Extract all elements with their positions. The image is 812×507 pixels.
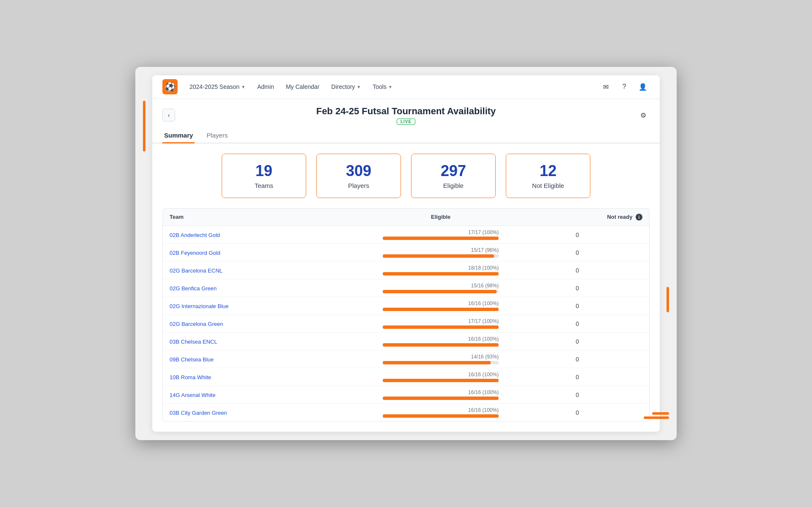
eligible-label: 15/16 (98%) <box>383 283 499 289</box>
page-title: Feb 24-25 Futsal Tournament Availability <box>175 106 637 117</box>
stat-card-players: 309 Players <box>316 154 401 198</box>
eligible-label: 16/16 (100%) <box>383 389 499 395</box>
eligible-label: 16/16 (100%) <box>383 300 499 306</box>
stat-number-not-eligible: 12 <box>513 163 583 179</box>
eligible-cell: 15/17 (96%) <box>376 244 505 262</box>
nav-admin[interactable]: Admin <box>252 81 279 93</box>
col-not-ready: Not ready i <box>505 209 649 226</box>
eligible-label: 17/17 (100%) <box>383 229 499 235</box>
table-row: 02G Internazionale Blue 16/16 (100%) 0 <box>163 297 649 315</box>
team-name-cell[interactable]: 10B Roma White <box>163 368 376 386</box>
eligible-bar-track <box>383 361 499 364</box>
app-logo[interactable]: ⚽ <box>162 79 178 94</box>
nav-right: ✉ ? 👤 <box>599 80 650 94</box>
stat-card-eligible: 297 Eligible <box>411 154 496 198</box>
mail-icon-button[interactable]: ✉ <box>599 80 612 94</box>
table-row: 02B Anderlecht Gold 17/17 (100%) 0 <box>163 226 649 244</box>
back-button[interactable]: ‹ <box>162 109 175 121</box>
not-ready-info-icon[interactable]: i <box>636 214 642 220</box>
live-badge: LIVE <box>397 118 415 125</box>
table-row: 03B City Garden Green 16/16 (100%) 0 <box>163 404 649 422</box>
eligible-bar-track <box>383 379 499 382</box>
stat-number-eligible: 297 <box>418 163 488 179</box>
user-icon-button[interactable]: 👤 <box>636 80 650 94</box>
eligible-bar-fill <box>383 325 499 329</box>
eligible-bar-fill <box>383 308 499 311</box>
team-name-cell[interactable]: 02B Feyenoord Gold <box>163 244 376 262</box>
settings-button[interactable]: ⚙ <box>637 109 650 121</box>
col-team: Team <box>163 209 376 226</box>
tools-chevron-icon: ▼ <box>388 85 392 89</box>
eligible-cell: 18/18 (100%) <box>376 262 505 279</box>
stat-number-teams: 19 <box>229 163 299 179</box>
nav-calendar[interactable]: My Calendar <box>281 81 324 93</box>
top-nav: ⚽ 2024-2025 Season ▼ Admin My Calendar D… <box>152 75 660 99</box>
directory-chevron-icon: ▼ <box>357 85 361 89</box>
eligible-bar-track <box>383 237 499 240</box>
not-ready-cell: 0 <box>505 262 649 279</box>
eligible-bar-track <box>383 272 499 276</box>
table-row: 02G Barcelona Green 17/17 (100%) 0 <box>163 315 649 333</box>
not-ready-cell: 0 <box>505 226 649 244</box>
team-name-cell[interactable]: 02B Anderlecht Gold <box>163 226 376 244</box>
table-row: 02G Barcelona ECNL 18/18 (100%) 0 <box>163 262 649 279</box>
table-row: 09B Chelsea Blue 14/16 (93%) 0 <box>163 350 649 368</box>
stat-card-not-eligible: 12 Not Eligible <box>506 154 590 198</box>
stat-label-eligible: Eligible <box>418 182 488 189</box>
eligible-label: 17/17 (100%) <box>383 318 499 324</box>
eligible-label: 14/16 (93%) <box>383 354 499 360</box>
not-ready-cell: 0 <box>505 368 649 386</box>
eligible-label: 18/18 (100%) <box>383 265 499 271</box>
eligible-bar-fill <box>383 343 499 347</box>
not-ready-cell: 0 <box>505 297 649 315</box>
eligible-bar-track <box>383 254 499 258</box>
svg-text:⚽: ⚽ <box>165 82 176 92</box>
eligible-bar-fill <box>383 414 499 418</box>
team-name-cell[interactable]: 03B City Garden Green <box>163 404 376 422</box>
not-ready-cell: 0 <box>505 350 649 368</box>
eligible-cell: 17/17 (100%) <box>376 315 505 333</box>
team-name-cell[interactable]: 14G Arsenal White <box>163 386 376 404</box>
help-icon-button[interactable]: ? <box>617 80 631 94</box>
stat-number-players: 309 <box>324 163 394 179</box>
eligible-cell: 16/16 (100%) <box>376 386 505 404</box>
eligible-bar-fill <box>383 290 496 293</box>
eligible-bar-fill <box>383 379 499 382</box>
season-chevron-icon: ▼ <box>241 85 245 89</box>
eligible-bar-track <box>383 343 499 347</box>
stat-label-not-eligible: Not Eligible <box>513 182 583 189</box>
team-name-cell[interactable]: 02G Internazionale Blue <box>163 297 376 315</box>
nav-season[interactable]: 2024-2025 Season ▼ <box>184 81 250 93</box>
nav-tools[interactable]: Tools ▼ <box>368 81 398 93</box>
page-title-area: Feb 24-25 Futsal Tournament Availability… <box>175 106 637 125</box>
tab-players[interactable]: Players <box>205 128 229 143</box>
table-row: 02G Benfica Green 15/16 (98%) 0 <box>163 279 649 297</box>
stat-label-teams: Teams <box>229 182 299 189</box>
team-name-cell[interactable]: 03B Chelsea ENCL <box>163 333 376 350</box>
team-name-cell[interactable]: 02G Barcelona Green <box>163 315 376 333</box>
nav-directory[interactable]: Directory ▼ <box>326 81 366 93</box>
page-header: ‹ Feb 24-25 Futsal Tournament Availabili… <box>152 99 660 128</box>
teams-table: Team Eligible Not ready i 02B Anderlecht… <box>163 209 649 422</box>
team-name-cell[interactable]: 02G Benfica Green <box>163 279 376 297</box>
eligible-bar-track <box>383 397 499 400</box>
tabs: Summary Players <box>152 128 660 143</box>
eligible-bar-fill <box>383 397 499 400</box>
eligible-label: 15/17 (96%) <box>383 247 499 253</box>
eligible-bar-track <box>383 290 499 293</box>
eligible-cell: 15/16 (98%) <box>376 279 505 297</box>
not-ready-cell: 0 <box>505 244 649 262</box>
eligible-bar-fill <box>383 254 494 258</box>
team-name-cell[interactable]: 09B Chelsea Blue <box>163 350 376 368</box>
eligible-cell: 17/17 (100%) <box>376 226 505 244</box>
table-row: 03B Chelsea ENCL 16/16 (100%) 0 <box>163 333 649 350</box>
table-row: 14G Arsenal White 16/16 (100%) 0 <box>163 386 649 404</box>
not-ready-cell: 0 <box>505 315 649 333</box>
tab-summary[interactable]: Summary <box>162 128 195 143</box>
table-row: 02B Feyenoord Gold 15/17 (96%) 0 <box>163 244 649 262</box>
nav-items: 2024-2025 Season ▼ Admin My Calendar Dir… <box>184 81 599 93</box>
team-name-cell[interactable]: 02G Barcelona ECNL <box>163 262 376 279</box>
stat-label-players: Players <box>324 182 394 189</box>
eligible-cell: 16/16 (100%) <box>376 368 505 386</box>
not-ready-cell: 0 <box>505 386 649 404</box>
